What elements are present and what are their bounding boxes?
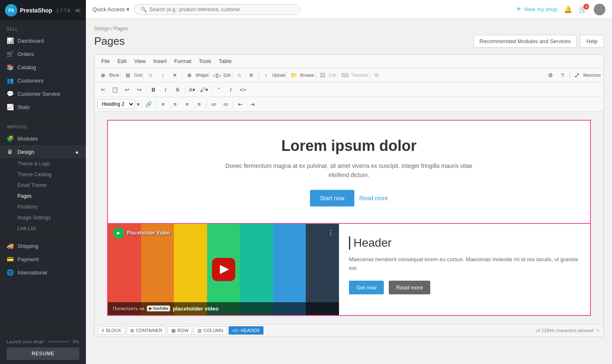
submenu-pages[interactable]: Pages: [17, 191, 86, 201]
toolbar-fontcolor-btn[interactable]: A▾: [186, 84, 198, 95]
resize-handle[interactable]: ⤡: [596, 328, 600, 333]
toolbar-edit-icon-btn[interactable]: ◁▷: [211, 69, 223, 81]
heading-select[interactable]: Heading 2 Heading 1 Heading 3 Paragraph: [97, 99, 135, 109]
sidebar-item-dashboard[interactable]: 📊 Dashboard: [0, 34, 86, 47]
sidebar-item-label: Catalog: [17, 64, 36, 70]
sidebar-item-international[interactable]: 🌐 International: [0, 266, 86, 279]
submenu-theme-catalog[interactable]: Theme Catalog: [17, 169, 86, 180]
bottom-btn-column[interactable]: ▥ COLUMN: [194, 326, 227, 335]
design-icon: 🖥: [7, 148, 13, 155]
sidebar-item-orders[interactable]: 🛒 Orders: [0, 47, 86, 61]
video-placeholder[interactable]: ▶ Placeholder Video ⋮ Посмотреть на ▶ Yo: [108, 224, 339, 315]
toolbar-adjust-btn[interactable]: ⚙: [371, 69, 383, 81]
toolbar-close2-btn[interactable]: ✕: [246, 69, 257, 81]
toolbar-undo-btn[interactable]: ↩: [121, 84, 133, 95]
toolbar-quote-btn[interactable]: ": [213, 84, 224, 95]
toolbar-indent-btn[interactable]: ⇥: [246, 98, 258, 110]
toolbar-maximize-btn[interactable]: ⤢: [571, 69, 583, 81]
read-more-dark-btn[interactable]: Read more: [389, 281, 430, 294]
toolbar-align-left-btn[interactable]: ≡: [157, 98, 169, 110]
menu-file[interactable]: File: [98, 56, 113, 66]
toolbar-outdent-btn[interactable]: ⇤: [234, 98, 246, 110]
page-title: Pages: [94, 35, 125, 48]
toolbar-copy-btn[interactable]: 📋: [109, 84, 121, 95]
video-overlay-top: ▶ Placeholder Video ⋮: [108, 224, 339, 242]
toolbar-upload-btn[interactable]: ↑: [260, 69, 272, 81]
toolbar-italic2-btn[interactable]: I: [225, 84, 237, 95]
toolbar-cut-btn[interactable]: ✂: [97, 84, 109, 95]
submenu-email-theme[interactable]: Email Theme: [17, 180, 86, 191]
menu-view[interactable]: View: [131, 56, 149, 66]
video-channel: ▶ Placeholder Video: [113, 227, 170, 239]
bottom-btn-container[interactable]: ⊞ CONTAINER: [127, 326, 166, 335]
toolbar-ul-btn[interactable]: ≔: [208, 98, 219, 110]
toolbar-close-btn[interactable]: ✕: [169, 69, 180, 81]
sidebar-item-design[interactable]: 🖥 Design ▲: [0, 145, 86, 158]
toolbar-link-btn[interactable]: 🔗: [143, 98, 154, 110]
toolbar-italic-btn[interactable]: I: [160, 84, 171, 95]
toolbar-redo-btn[interactable]: ↪: [133, 84, 145, 95]
bottom-btn-row[interactable]: ▦ ROW: [168, 326, 192, 335]
sidebar-item-modules[interactable]: 🧩 Modules: [0, 132, 86, 145]
sidebar-item-shipping[interactable]: 🚚 Shipping: [0, 239, 86, 252]
search-input[interactable]: [149, 7, 294, 12]
sidebar-item-payment[interactable]: 💳 Payment: [0, 252, 86, 266]
toolbar-browse-btn[interactable]: 📁: [288, 69, 300, 81]
toolbar-settings-btn[interactable]: ⚙: [545, 69, 556, 81]
notifications-btn[interactable]: 🔔: [564, 5, 572, 13]
toolbar-widget-btn[interactable]: ⊕: [183, 69, 195, 81]
sidebar-collapse-btn[interactable]: ≪: [75, 7, 81, 14]
toolbar-align-center-btn[interactable]: ≡: [169, 98, 181, 110]
toolbar-edit2-btn[interactable]: 🖼: [317, 69, 329, 81]
menu-insert[interactable]: Insert: [150, 56, 170, 66]
recommended-modules-btn[interactable]: Recommended Modules and Services: [473, 35, 577, 48]
resume-button[interactable]: RESUME: [7, 347, 79, 360]
user-avatar[interactable]: [594, 4, 605, 15]
sidebar-item-customers[interactable]: 👥 Customers: [0, 74, 86, 87]
submenu-positions[interactable]: Positions: [17, 201, 86, 212]
toolbar-translate-btn[interactable]: ⌨: [339, 69, 351, 81]
help-btn[interactable]: Help: [580, 35, 604, 48]
modules-icon: 🧩: [7, 135, 13, 142]
cart-btn[interactable]: 🛒 3: [579, 5, 587, 13]
menu-table[interactable]: Table: [215, 56, 235, 66]
bottom-btn-block[interactable]: # BLOCK: [98, 326, 125, 335]
bottom-btn-header[interactable]: </> HEADER: [229, 326, 263, 335]
hero-start-btn[interactable]: Start now: [310, 190, 354, 206]
menu-tools[interactable]: Tools: [195, 56, 215, 66]
toolbar-up-btn[interactable]: ↑: [157, 69, 168, 81]
toolbar-group-widget: ⊕ Widget: [183, 69, 208, 81]
submenu-link-list[interactable]: Link List: [17, 223, 86, 234]
menu-format[interactable]: Format: [171, 56, 195, 66]
submenu-image-settings[interactable]: Image Settings: [17, 212, 86, 223]
toolbar-star-btn[interactable]: ☆: [145, 69, 156, 81]
toolbar-block-btn[interactable]: ⊕: [97, 69, 109, 81]
video-options-btn[interactable]: ⋮: [327, 229, 334, 237]
shipping-icon: 🚚: [7, 243, 13, 249]
toolbar-ol-btn[interactable]: ≔: [220, 98, 232, 110]
quick-access-btn[interactable]: Quick Access ▾: [93, 6, 129, 12]
progress-pct: 0%: [73, 339, 79, 344]
video-play-btn[interactable]: [212, 258, 235, 281]
sidebar-item-customer-service[interactable]: 💬 Customer Service: [0, 87, 86, 100]
brand-logo[interactable]: PS PrestaShop 1.7.7.6: [5, 4, 70, 17]
hero-readmore-btn[interactable]: Read more: [359, 190, 388, 206]
toolbar-strikethrough-btn[interactable]: S: [172, 84, 183, 95]
submenu-theme-logo[interactable]: Theme & Logo: [17, 158, 86, 169]
toolbar-star2-btn[interactable]: ☆: [234, 69, 245, 81]
breadcrumb-parent[interactable]: Design: [94, 26, 110, 32]
menu-edit[interactable]: Edit: [114, 56, 130, 66]
toolbar-code-btn[interactable]: <>: [237, 84, 249, 95]
toolbar-bold-btn[interactable]: B: [148, 84, 159, 95]
sidebar-item-stats[interactable]: 📈 Stats: [0, 100, 86, 114]
sidebar-item-catalog[interactable]: 📚 Catalog: [0, 61, 86, 74]
editor-toolbar-2: ✂ 📋 ↩ ↪ B I S A▾ 🖊▾ " I <>: [95, 83, 603, 97]
toolbar-align-right-btn[interactable]: ≡: [181, 98, 193, 110]
toolbar-align-justify-btn[interactable]: ≡: [193, 98, 205, 110]
get-now-btn[interactable]: Get now: [349, 281, 384, 294]
search-bar[interactable]: 🔍: [134, 4, 300, 15]
view-shop-link[interactable]: 👁 View my shop: [516, 6, 557, 12]
toolbar-help-btn[interactable]: ?: [557, 69, 568, 81]
toolbar-highlight-btn[interactable]: 🖊▾: [198, 84, 210, 95]
toolbar-grid-btn[interactable]: ⊞: [122, 69, 134, 81]
